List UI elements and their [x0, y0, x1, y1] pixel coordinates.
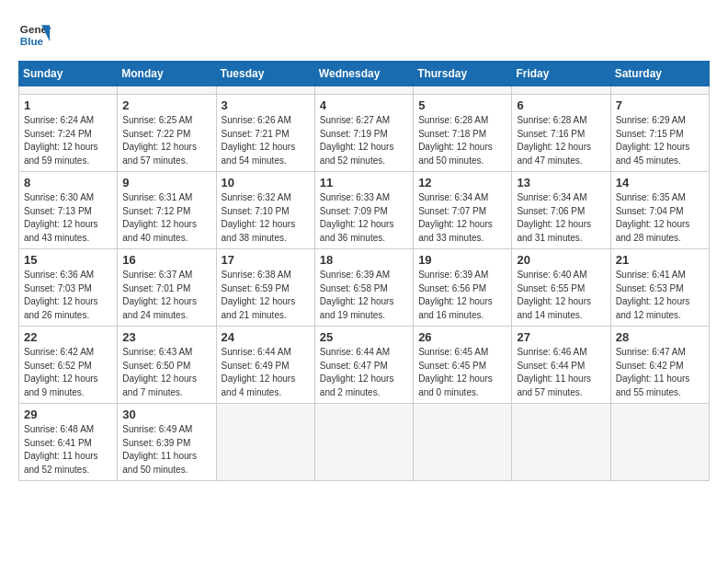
calendar-week-row: 22Sunrise: 6:42 AMSunset: 6:52 PMDayligh… — [19, 327, 710, 404]
day-of-week-header: Tuesday — [216, 62, 314, 86]
day-info: Sunrise: 6:42 AMSunset: 6:52 PMDaylight:… — [24, 346, 112, 399]
calendar-cell — [216, 404, 314, 481]
calendar-cell: 23Sunrise: 6:43 AMSunset: 6:50 PMDayligh… — [118, 327, 216, 404]
calendar-header-row: SundayMondayTuesdayWednesdayThursdayFrid… — [19, 62, 710, 86]
calendar-cell: 26Sunrise: 6:45 AMSunset: 6:45 PMDayligh… — [414, 327, 512, 404]
day-number: 7 — [616, 98, 704, 112]
day-number: 12 — [418, 176, 506, 190]
day-number: 28 — [616, 330, 704, 344]
calendar-week-row: 1Sunrise: 6:24 AMSunset: 7:24 PMDaylight… — [19, 95, 710, 172]
day-info: Sunrise: 6:28 AMSunset: 7:16 PMDaylight:… — [517, 114, 605, 167]
day-number: 9 — [122, 176, 210, 190]
day-number: 5 — [418, 98, 506, 112]
day-info: Sunrise: 6:47 AMSunset: 6:42 PMDaylight:… — [616, 346, 704, 399]
day-info: Sunrise: 6:34 AMSunset: 7:06 PMDaylight:… — [517, 191, 605, 245]
day-of-week-header: Monday — [118, 62, 216, 86]
day-number: 18 — [320, 253, 408, 267]
calendar-cell: 15Sunrise: 6:36 AMSunset: 7:03 PMDayligh… — [19, 249, 118, 327]
logo-icon: General Blue — [18, 18, 51, 52]
calendar-table: SundayMondayTuesdayWednesdayThursdayFrid… — [18, 61, 710, 481]
calendar-cell: 13Sunrise: 6:34 AMSunset: 7:06 PMDayligh… — [512, 172, 610, 249]
calendar-cell: 14Sunrise: 6:35 AMSunset: 7:04 PMDayligh… — [610, 172, 709, 249]
calendar-cell: 2Sunrise: 6:25 AMSunset: 7:22 PMDaylight… — [118, 95, 216, 172]
calendar-cell: 27Sunrise: 6:46 AMSunset: 6:44 PMDayligh… — [512, 327, 610, 404]
day-info: Sunrise: 6:29 AMSunset: 7:15 PMDaylight:… — [616, 114, 704, 167]
page-header: General Blue — [18, 18, 710, 52]
calendar-cell: 12Sunrise: 6:34 AMSunset: 7:07 PMDayligh… — [414, 172, 512, 249]
day-number: 8 — [24, 176, 112, 190]
calendar-week-row: 15Sunrise: 6:36 AMSunset: 7:03 PMDayligh… — [19, 249, 710, 327]
day-info: Sunrise: 6:44 AMSunset: 6:49 PMDaylight:… — [222, 346, 310, 399]
day-number: 10 — [222, 176, 310, 190]
day-number: 14 — [616, 176, 704, 190]
calendar-cell: 21Sunrise: 6:41 AMSunset: 6:53 PMDayligh… — [610, 249, 709, 327]
day-number: 23 — [122, 330, 210, 344]
calendar-cell — [19, 86, 118, 95]
calendar-cell — [414, 86, 512, 95]
calendar-cell — [414, 404, 512, 481]
calendar-cell: 1Sunrise: 6:24 AMSunset: 7:24 PMDaylight… — [19, 95, 118, 172]
day-info: Sunrise: 6:33 AMSunset: 7:09 PMDaylight:… — [320, 191, 408, 245]
calendar-cell — [216, 86, 314, 95]
calendar-cell: 30Sunrise: 6:49 AMSunset: 6:39 PMDayligh… — [118, 404, 216, 481]
calendar-cell: 19Sunrise: 6:39 AMSunset: 6:56 PMDayligh… — [414, 249, 512, 327]
day-info: Sunrise: 6:32 AMSunset: 7:10 PMDaylight:… — [222, 191, 310, 245]
calendar-cell: 20Sunrise: 6:40 AMSunset: 6:55 PMDayligh… — [512, 249, 610, 327]
calendar-cell: 28Sunrise: 6:47 AMSunset: 6:42 PMDayligh… — [610, 327, 709, 404]
calendar-cell — [314, 86, 413, 95]
day-number: 6 — [517, 98, 605, 112]
calendar-cell — [512, 86, 610, 95]
day-info: Sunrise: 6:25 AMSunset: 7:22 PMDaylight:… — [122, 114, 210, 167]
day-info: Sunrise: 6:48 AMSunset: 6:41 PMDaylight:… — [24, 423, 112, 477]
calendar-week-row — [19, 86, 710, 95]
calendar-cell: 11Sunrise: 6:33 AMSunset: 7:09 PMDayligh… — [314, 172, 413, 249]
day-info: Sunrise: 6:41 AMSunset: 6:53 PMDaylight:… — [616, 269, 704, 322]
calendar-cell: 5Sunrise: 6:28 AMSunset: 7:18 PMDaylight… — [414, 95, 512, 172]
day-info: Sunrise: 6:40 AMSunset: 6:55 PMDaylight:… — [517, 269, 605, 322]
day-number: 13 — [517, 176, 605, 190]
day-of-week-header: Thursday — [414, 62, 512, 86]
day-info: Sunrise: 6:24 AMSunset: 7:24 PMDaylight:… — [24, 114, 112, 167]
day-of-week-header: Sunday — [19, 62, 118, 86]
day-number: 17 — [222, 253, 310, 267]
day-info: Sunrise: 6:37 AMSunset: 7:01 PMDaylight:… — [122, 269, 210, 322]
calendar-cell: 22Sunrise: 6:42 AMSunset: 6:52 PMDayligh… — [19, 327, 118, 404]
day-number: 24 — [222, 330, 310, 344]
calendar-cell: 8Sunrise: 6:30 AMSunset: 7:13 PMDaylight… — [19, 172, 118, 249]
calendar-cell: 10Sunrise: 6:32 AMSunset: 7:10 PMDayligh… — [216, 172, 314, 249]
day-number: 26 — [418, 330, 506, 344]
day-number: 21 — [616, 253, 704, 267]
calendar-cell: 18Sunrise: 6:39 AMSunset: 6:58 PMDayligh… — [314, 249, 413, 327]
day-info: Sunrise: 6:36 AMSunset: 7:03 PMDaylight:… — [24, 269, 112, 322]
svg-text:Blue: Blue — [20, 35, 44, 47]
calendar-cell: 4Sunrise: 6:27 AMSunset: 7:19 PMDaylight… — [314, 95, 413, 172]
day-number: 22 — [24, 330, 112, 344]
calendar-cell: 25Sunrise: 6:44 AMSunset: 6:47 PMDayligh… — [314, 327, 413, 404]
calendar-cell: 29Sunrise: 6:48 AMSunset: 6:41 PMDayligh… — [19, 404, 118, 481]
calendar-cell — [610, 86, 709, 95]
day-number: 3 — [222, 98, 310, 112]
day-info: Sunrise: 6:46 AMSunset: 6:44 PMDaylight:… — [517, 346, 605, 399]
day-info: Sunrise: 6:43 AMSunset: 6:50 PMDaylight:… — [122, 346, 210, 399]
calendar-cell — [512, 404, 610, 481]
day-info: Sunrise: 6:28 AMSunset: 7:18 PMDaylight:… — [418, 114, 506, 167]
day-number: 11 — [320, 176, 408, 190]
day-info: Sunrise: 6:35 AMSunset: 7:04 PMDaylight:… — [616, 191, 704, 245]
day-info: Sunrise: 6:38 AMSunset: 6:59 PMDaylight:… — [222, 269, 310, 322]
day-number: 2 — [122, 98, 210, 112]
day-of-week-header: Saturday — [610, 62, 709, 86]
day-number: 27 — [517, 330, 605, 344]
day-info: Sunrise: 6:31 AMSunset: 7:12 PMDaylight:… — [122, 191, 210, 245]
calendar-week-row: 8Sunrise: 6:30 AMSunset: 7:13 PMDaylight… — [19, 172, 710, 249]
calendar-cell: 7Sunrise: 6:29 AMSunset: 7:15 PMDaylight… — [610, 95, 709, 172]
day-number: 4 — [320, 98, 408, 112]
day-info: Sunrise: 6:45 AMSunset: 6:45 PMDaylight:… — [418, 346, 506, 399]
day-of-week-header: Friday — [512, 62, 610, 86]
calendar-cell — [314, 404, 413, 481]
calendar-week-row: 29Sunrise: 6:48 AMSunset: 6:41 PMDayligh… — [19, 404, 710, 481]
day-info: Sunrise: 6:49 AMSunset: 6:39 PMDaylight:… — [122, 423, 210, 477]
calendar-cell — [610, 404, 709, 481]
day-number: 25 — [320, 330, 408, 344]
day-number: 16 — [122, 253, 210, 267]
calendar-cell: 17Sunrise: 6:38 AMSunset: 6:59 PMDayligh… — [216, 249, 314, 327]
